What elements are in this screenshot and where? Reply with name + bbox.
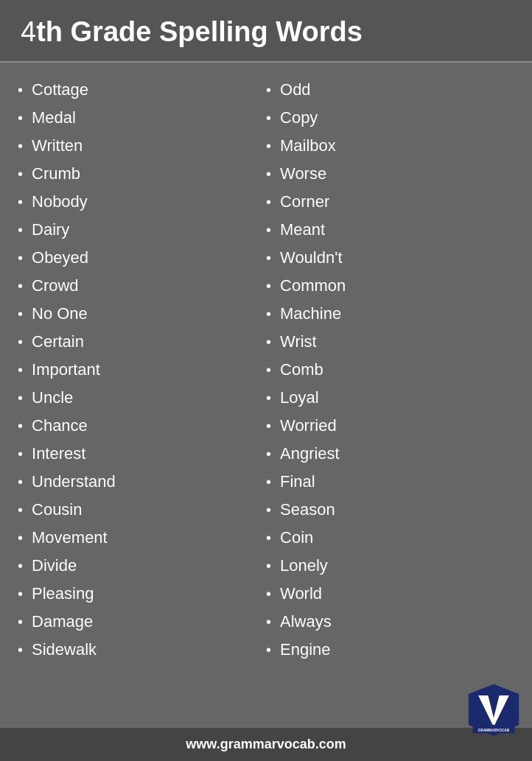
bullet-icon: • <box>266 278 271 295</box>
footer-website: www.grammarvocab.com <box>186 737 346 751</box>
logo-container: GRAMMARVOCAB <box>466 681 522 740</box>
word-text: Final <box>280 472 315 491</box>
list-item: •Divide <box>18 552 266 580</box>
bullet-icon: • <box>266 362 271 379</box>
word-text: Lonely <box>280 556 328 575</box>
list-item: •Movement <box>18 524 266 552</box>
list-item: •No One <box>18 300 266 328</box>
bullet-icon: • <box>18 642 23 659</box>
bullet-icon: • <box>18 362 23 379</box>
list-item: •Damage <box>18 608 266 636</box>
word-text: Obeyed <box>32 248 88 267</box>
list-item: •Common <box>266 272 514 300</box>
word-text: Wrist <box>280 332 317 351</box>
bullet-icon: • <box>18 278 23 295</box>
word-text: Engine <box>280 640 331 659</box>
bullet-icon: • <box>18 558 23 575</box>
words-grid: •Cottage•Medal•Written•Crumb•Nobody•Dair… <box>18 76 514 664</box>
list-item: •Copy <box>266 104 514 132</box>
word-text: Cousin <box>32 500 82 519</box>
word-text: Interest <box>32 444 85 463</box>
left-column: •Cottage•Medal•Written•Crumb•Nobody•Dair… <box>18 76 266 664</box>
list-item: •Written <box>18 132 266 160</box>
word-text: Common <box>280 276 346 295</box>
main-content: •Cottage•Medal•Written•Crumb•Nobody•Dair… <box>0 63 532 728</box>
grammarvocab-logo: GRAMMARVOCAB <box>466 681 522 737</box>
title-prefix: 4 <box>21 16 36 47</box>
word-text: Nobody <box>32 192 88 211</box>
word-text: Cottage <box>32 80 88 99</box>
word-text: Medal <box>32 108 76 127</box>
bullet-icon: • <box>18 474 23 491</box>
list-item: •Pleasing <box>18 580 266 608</box>
list-item: •Mailbox <box>266 132 514 160</box>
list-item: •Worse <box>266 160 514 188</box>
bullet-icon: • <box>18 502 23 519</box>
bullet-icon: • <box>18 306 23 323</box>
word-text: Chance <box>32 416 88 435</box>
list-item: •Cousin <box>18 496 266 524</box>
list-item: •Odd <box>266 76 514 104</box>
bullet-icon: • <box>266 558 271 575</box>
word-text: Understand <box>32 472 116 491</box>
list-item: •Obeyed <box>18 244 266 272</box>
word-text: Movement <box>32 528 108 547</box>
bullet-icon: • <box>266 446 271 463</box>
list-item: •Understand <box>18 468 266 496</box>
word-text: Certain <box>32 332 84 351</box>
bullet-icon: • <box>18 418 23 435</box>
bullet-icon: • <box>266 306 271 323</box>
word-text: Season <box>280 500 335 519</box>
list-item: •Meant <box>266 216 514 244</box>
word-text: Comb <box>280 360 323 379</box>
bullet-icon: • <box>266 642 271 659</box>
list-item: •Engine <box>266 636 514 664</box>
list-item: •Chance <box>18 412 266 440</box>
word-text: Dairy <box>32 220 69 239</box>
word-text: Mailbox <box>280 136 336 155</box>
bullet-icon: • <box>266 530 271 547</box>
list-item: •Corner <box>266 188 514 216</box>
list-item: •Loyal <box>266 384 514 412</box>
bullet-icon: • <box>18 446 23 463</box>
bullet-icon: • <box>266 82 271 99</box>
word-text: Meant <box>280 220 325 239</box>
word-text: Divide <box>32 556 77 575</box>
bullet-icon: • <box>266 222 271 239</box>
list-item: •Uncle <box>18 384 266 412</box>
list-item: •Interest <box>18 440 266 468</box>
list-item: •Sidewalk <box>18 636 266 664</box>
list-item: •Machine <box>266 300 514 328</box>
word-text: Uncle <box>32 388 73 407</box>
right-column: •Odd•Copy•Mailbox•Worse•Corner•Meant•Wou… <box>266 76 514 664</box>
word-text: Damage <box>32 612 93 631</box>
word-text: Angriest <box>280 444 340 463</box>
list-item: •Comb <box>266 356 514 384</box>
list-item: •Season <box>266 496 514 524</box>
word-text: Pleasing <box>32 584 94 603</box>
bullet-icon: • <box>18 530 23 547</box>
bullet-icon: • <box>18 250 23 267</box>
bullet-icon: • <box>266 474 271 491</box>
bullet-icon: • <box>266 334 271 351</box>
word-text: Odd <box>280 80 311 99</box>
list-item: •Coin <box>266 524 514 552</box>
page-title: 4th Grade Spelling Words <box>21 16 511 48</box>
list-item: •Cottage <box>18 76 266 104</box>
bullet-icon: • <box>18 166 23 183</box>
list-item: •Important <box>18 356 266 384</box>
bullet-icon: • <box>18 222 23 239</box>
list-item: •Angriest <box>266 440 514 468</box>
word-text: Written <box>32 136 83 155</box>
word-text: Wouldn't <box>280 248 343 267</box>
bullet-icon: • <box>18 334 23 351</box>
word-text: Coin <box>280 528 313 547</box>
list-item: •Wrist <box>266 328 514 356</box>
word-text: Always <box>280 612 332 631</box>
bullet-icon: • <box>266 586 271 603</box>
bullet-icon: • <box>266 250 271 267</box>
list-item: •Nobody <box>18 188 266 216</box>
bullet-icon: • <box>18 138 23 155</box>
svg-text:GRAMMARVOCAB: GRAMMARVOCAB <box>478 729 510 732</box>
word-text: Copy <box>280 108 318 127</box>
